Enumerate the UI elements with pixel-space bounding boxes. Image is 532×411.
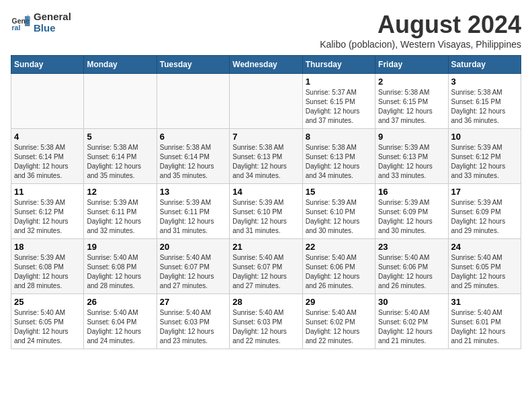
day-number: 11 [14,187,81,197]
day-header-monday: Monday [84,56,157,74]
day-detail: Sunrise: 5:40 AM Sunset: 6:03 PM Dayligh… [160,308,226,346]
logo-line2: Blue [34,22,71,34]
day-detail: Sunrise: 5:38 AM Sunset: 6:14 PM Dayligh… [87,143,153,181]
day-number: 6 [160,132,226,142]
logo-icon: Gene ral [11,12,31,32]
day-cell: 7Sunrise: 5:38 AM Sunset: 6:13 PM Daylig… [230,129,302,184]
day-cell: 15Sunrise: 5:39 AM Sunset: 6:10 PM Dayli… [302,184,375,239]
day-cell: 5Sunrise: 5:38 AM Sunset: 6:14 PM Daylig… [84,129,157,184]
day-cell: 9Sunrise: 5:39 AM Sunset: 6:13 PM Daylig… [375,129,448,184]
logo: Gene ral General Blue [11,11,71,34]
day-number: 16 [378,187,445,197]
day-number: 5 [87,132,153,142]
day-cell: 1Sunrise: 5:37 AM Sunset: 6:15 PM Daylig… [302,74,375,129]
day-detail: Sunrise: 5:39 AM Sunset: 6:13 PM Dayligh… [378,143,445,181]
day-number: 30 [378,297,445,307]
day-cell: 19Sunrise: 5:40 AM Sunset: 6:08 PM Dayli… [84,239,157,294]
day-cell: 26Sunrise: 5:40 AM Sunset: 6:04 PM Dayli… [84,294,157,349]
day-detail: Sunrise: 5:39 AM Sunset: 6:08 PM Dayligh… [14,253,81,291]
day-detail: Sunrise: 5:39 AM Sunset: 6:09 PM Dayligh… [451,198,518,236]
day-detail: Sunrise: 5:40 AM Sunset: 6:06 PM Dayligh… [306,253,372,291]
day-number: 9 [378,132,445,142]
week-row-3: 11Sunrise: 5:39 AM Sunset: 6:12 PM Dayli… [11,184,521,239]
day-number: 13 [160,187,226,197]
day-cell: 24Sunrise: 5:40 AM Sunset: 6:05 PM Dayli… [448,239,521,294]
day-detail: Sunrise: 5:40 AM Sunset: 6:04 PM Dayligh… [87,308,153,346]
calendar-body: 1Sunrise: 5:37 AM Sunset: 6:15 PM Daylig… [11,74,521,349]
day-number: 12 [87,187,153,197]
day-detail: Sunrise: 5:39 AM Sunset: 6:12 PM Dayligh… [451,143,518,181]
svg-text:ral: ral [12,24,21,32]
day-cell [11,74,84,129]
day-cell: 14Sunrise: 5:39 AM Sunset: 6:10 PM Dayli… [230,184,302,239]
day-detail: Sunrise: 5:40 AM Sunset: 6:05 PM Dayligh… [14,308,81,346]
day-cell: 17Sunrise: 5:39 AM Sunset: 6:09 PM Dayli… [448,184,521,239]
day-number: 8 [306,132,372,142]
day-number: 14 [232,187,299,197]
title-block: August 2024 Kalibo (poblacion), Western … [320,11,521,50]
day-header-wednesday: Wednesday [230,56,302,74]
day-cell: 25Sunrise: 5:40 AM Sunset: 6:05 PM Dayli… [11,294,84,349]
day-number: 15 [306,187,372,197]
day-detail: Sunrise: 5:39 AM Sunset: 6:10 PM Dayligh… [232,198,299,236]
day-cell [230,74,302,129]
page-header: Gene ral General Blue August 2024 Kalibo… [11,11,521,50]
day-detail: Sunrise: 5:40 AM Sunset: 6:01 PM Dayligh… [451,308,518,346]
day-cell: 16Sunrise: 5:39 AM Sunset: 6:09 PM Dayli… [375,184,448,239]
day-number: 31 [451,297,518,307]
day-number: 23 [378,242,445,252]
day-detail: Sunrise: 5:38 AM Sunset: 6:14 PM Dayligh… [14,143,81,181]
day-cell: 3Sunrise: 5:38 AM Sunset: 6:15 PM Daylig… [448,74,521,129]
day-detail: Sunrise: 5:39 AM Sunset: 6:09 PM Dayligh… [378,198,445,236]
day-cell: 6Sunrise: 5:38 AM Sunset: 6:14 PM Daylig… [157,129,229,184]
day-number: 19 [87,242,153,252]
week-row-4: 18Sunrise: 5:39 AM Sunset: 6:08 PM Dayli… [11,239,521,294]
day-number: 3 [451,77,518,87]
calendar-table: SundayMondayTuesdayWednesdayThursdayFrid… [11,55,521,349]
day-number: 25 [14,297,81,307]
day-number: 28 [232,297,299,307]
logo-line1: General [34,11,71,22]
day-cell: 23Sunrise: 5:40 AM Sunset: 6:06 PM Dayli… [375,239,448,294]
day-detail: Sunrise: 5:40 AM Sunset: 6:06 PM Dayligh… [378,253,445,291]
day-detail: Sunrise: 5:40 AM Sunset: 6:07 PM Dayligh… [160,253,226,291]
day-cell: 29Sunrise: 5:40 AM Sunset: 6:02 PM Dayli… [302,294,375,349]
day-header-friday: Friday [375,56,448,74]
day-number: 17 [451,187,518,197]
day-number: 2 [378,77,445,87]
day-cell: 18Sunrise: 5:39 AM Sunset: 6:08 PM Dayli… [11,239,84,294]
day-detail: Sunrise: 5:39 AM Sunset: 6:10 PM Dayligh… [306,198,372,236]
subtitle: Kalibo (poblacion), Western Visayas, Phi… [320,39,521,50]
day-number: 29 [306,297,372,307]
day-header-saturday: Saturday [448,56,521,74]
day-header-thursday: Thursday [302,56,375,74]
week-row-2: 4Sunrise: 5:38 AM Sunset: 6:14 PM Daylig… [11,129,521,184]
main-title: August 2024 [320,11,521,39]
day-cell: 30Sunrise: 5:40 AM Sunset: 6:02 PM Dayli… [375,294,448,349]
day-detail: Sunrise: 5:39 AM Sunset: 6:11 PM Dayligh… [160,198,226,236]
day-cell: 4Sunrise: 5:38 AM Sunset: 6:14 PM Daylig… [11,129,84,184]
day-number: 20 [160,242,226,252]
day-cell: 22Sunrise: 5:40 AM Sunset: 6:06 PM Dayli… [302,239,375,294]
day-detail: Sunrise: 5:38 AM Sunset: 6:15 PM Dayligh… [451,88,518,126]
day-detail: Sunrise: 5:40 AM Sunset: 6:02 PM Dayligh… [378,308,445,346]
day-header-sunday: Sunday [11,56,84,74]
day-cell: 11Sunrise: 5:39 AM Sunset: 6:12 PM Dayli… [11,184,84,239]
day-cell: 2Sunrise: 5:38 AM Sunset: 6:15 PM Daylig… [375,74,448,129]
day-number: 22 [306,242,372,252]
day-detail: Sunrise: 5:40 AM Sunset: 6:02 PM Dayligh… [306,308,372,346]
day-number: 18 [14,242,81,252]
day-cell: 8Sunrise: 5:38 AM Sunset: 6:13 PM Daylig… [302,129,375,184]
day-cell: 28Sunrise: 5:40 AM Sunset: 6:03 PM Dayli… [230,294,302,349]
day-number: 10 [451,132,518,142]
day-cell: 13Sunrise: 5:39 AM Sunset: 6:11 PM Dayli… [157,184,229,239]
day-detail: Sunrise: 5:40 AM Sunset: 6:03 PM Dayligh… [232,308,299,346]
day-detail: Sunrise: 5:38 AM Sunset: 6:13 PM Dayligh… [306,143,372,181]
day-detail: Sunrise: 5:39 AM Sunset: 6:12 PM Dayligh… [14,198,81,236]
day-cell: 21Sunrise: 5:40 AM Sunset: 6:07 PM Dayli… [230,239,302,294]
day-number: 27 [160,297,226,307]
day-detail: Sunrise: 5:39 AM Sunset: 6:11 PM Dayligh… [87,198,153,236]
day-cell: 31Sunrise: 5:40 AM Sunset: 6:01 PM Dayli… [448,294,521,349]
calendar-header-row: SundayMondayTuesdayWednesdayThursdayFrid… [11,56,521,74]
day-detail: Sunrise: 5:40 AM Sunset: 6:08 PM Dayligh… [87,253,153,291]
